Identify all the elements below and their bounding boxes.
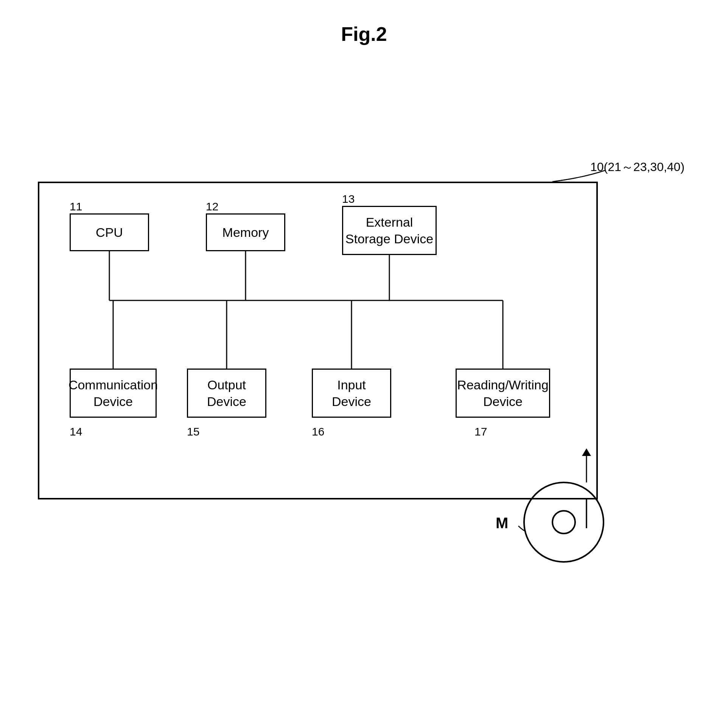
ext-storage-box: External Storage Device	[342, 206, 437, 255]
memory-label: Memory	[222, 224, 269, 241]
cpu-label: CPU	[96, 224, 123, 241]
comm-device-ref: 14	[70, 425, 82, 438]
rw-device-box: Reading/Writing Device	[456, 369, 550, 418]
cpu-ref: 11	[70, 200, 82, 213]
output-device-label: Output Device	[207, 376, 246, 410]
ext-storage-ref: 13	[342, 193, 355, 205]
output-device-box: Output Device	[187, 369, 266, 418]
disk-connection-line	[585, 498, 588, 528]
rw-device-label: Reading/Writing Device	[457, 376, 548, 410]
svg-marker-9	[582, 448, 591, 456]
output-device-ref: 15	[187, 425, 199, 438]
rw-device-ref: 17	[474, 425, 487, 438]
input-device-ref: 16	[312, 425, 324, 438]
disk-container	[522, 481, 605, 565]
disk-svg	[522, 481, 605, 564]
input-device-label: Input Device	[332, 376, 371, 410]
input-device-box: Input Device	[312, 369, 391, 418]
svg-point-10	[524, 482, 604, 562]
cpu-box: CPU	[70, 213, 149, 251]
disk-arrow	[564, 446, 609, 484]
memory-box: Memory	[206, 213, 285, 251]
figure-title: Fig.2	[341, 23, 387, 45]
memory-ref: 12	[206, 200, 218, 213]
comm-device-label: Communication Device	[68, 376, 158, 410]
comm-device-box: Communication Device	[70, 369, 157, 418]
svg-point-11	[552, 511, 575, 534]
main-system-box: CPU 11 Memory 12 External Storage Device…	[38, 182, 598, 499]
medium-label-arrow	[499, 518, 530, 537]
ext-storage-label: External Storage Device	[345, 214, 433, 247]
